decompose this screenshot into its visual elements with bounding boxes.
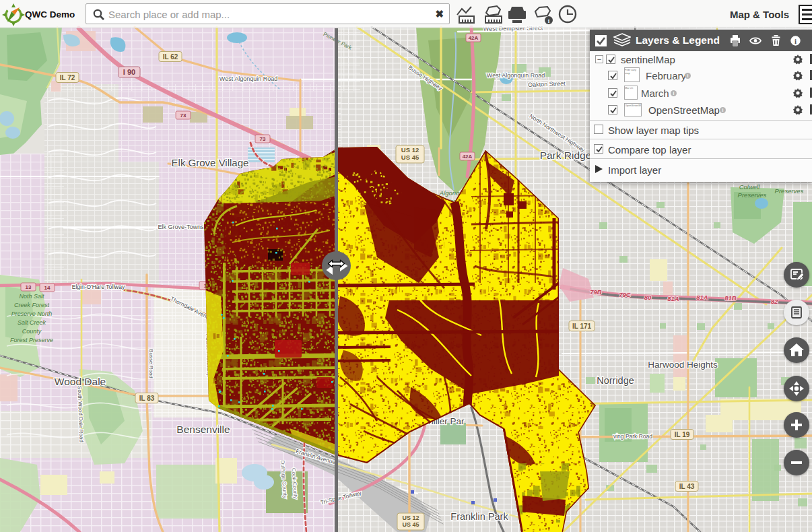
svg-text:42A: 42A	[463, 154, 473, 160]
svg-text:Elgin-O'Hare Tollway: Elgin-O'Hare Tollway	[72, 284, 125, 290]
svg-text:West Algonquin Road: West Algonquin Road	[219, 75, 277, 82]
svg-text:Preserves: Preserves	[775, 187, 804, 195]
svg-text:79C: 79C	[619, 291, 631, 298]
svg-text:Creek Forest: Creek Forest	[14, 302, 50, 308]
svg-text:Busse Road: Busse Road	[148, 349, 154, 378]
svg-text:42A: 42A	[469, 35, 479, 41]
svg-text:Bensenville: Bensenville	[176, 424, 230, 435]
svg-text:ving Park Road: ving Park Road	[613, 433, 652, 440]
svg-text:Preserves: Preserves	[738, 191, 767, 199]
svg-text:Elk Grove-Townsh: Elk Grove-Townsh	[158, 224, 207, 230]
svg-text:73: 73	[180, 112, 187, 119]
svg-text:US 12: US 12	[401, 146, 419, 154]
svg-text:US 12: US 12	[402, 514, 419, 521]
svg-text:Noth Salt: Noth Salt	[19, 293, 44, 300]
svg-text:Oakton Street: Oakton Street	[528, 80, 566, 88]
svg-text:IL 62: IL 62	[163, 53, 178, 61]
svg-text:Preserve North: Preserve North	[11, 310, 53, 317]
svg-text:Elk Grove Village: Elk Grove Village	[172, 157, 249, 168]
svg-text:IL 171: IL 171	[572, 323, 592, 330]
svg-text:Salt Creek: Salt Creek	[18, 319, 46, 326]
svg-text:80: 80	[644, 294, 652, 301]
svg-text:14: 14	[44, 285, 50, 291]
svg-text:Forest Preserve: Forest Preserve	[10, 337, 53, 343]
svg-text:Colwell: Colwell	[739, 183, 761, 191]
svg-text:79B: 79B	[590, 288, 602, 296]
svg-text:81A: 81A	[696, 294, 708, 301]
svg-text:13: 13	[26, 284, 32, 290]
svg-text:81A: 81A	[667, 295, 679, 302]
svg-text:US 45: US 45	[402, 521, 419, 528]
svg-text:Harwood Heights: Harwood Heights	[648, 360, 718, 370]
svg-text:County: County	[22, 328, 42, 335]
svg-text:West Algonquin Road: West Algonquin Road	[487, 72, 545, 79]
svg-text:Franklin Park: Franklin Park	[450, 511, 508, 522]
svg-text:82: 82	[771, 298, 778, 305]
svg-text:Norridge: Norridge	[597, 375, 634, 386]
svg-text:IL 43: IL 43	[679, 483, 695, 490]
svg-text:73: 73	[260, 136, 266, 142]
svg-text:IL 19: IL 19	[675, 431, 690, 438]
svg-text:IL 83: IL 83	[139, 395, 155, 402]
svg-text:i: i	[794, 36, 797, 44]
svg-text:US 45: US 45	[401, 154, 419, 161]
svg-text:I 90: I 90	[123, 68, 135, 76]
svg-text:81B: 81B	[724, 294, 737, 302]
svg-text:IL 72: IL 72	[60, 74, 75, 81]
